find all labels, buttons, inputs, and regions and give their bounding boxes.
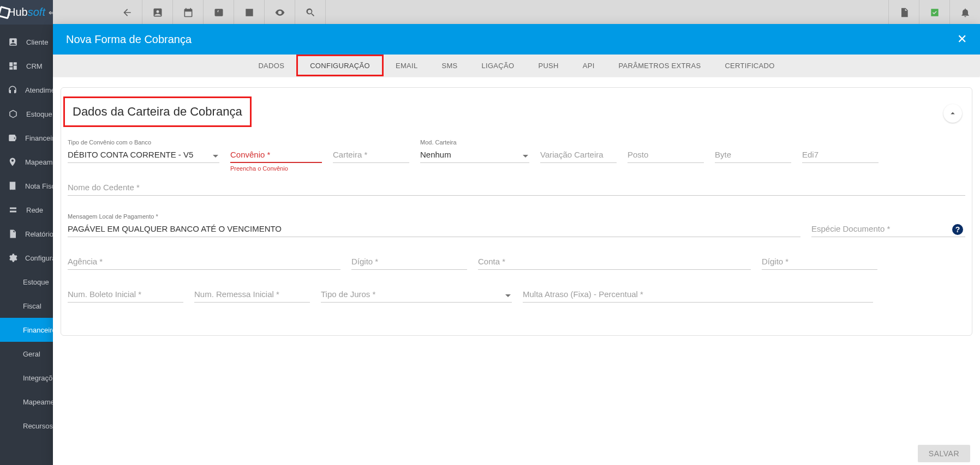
form-row-5: Num. Boleto Inicial * Num. Remessa Inici… <box>65 287 967 320</box>
field-especie[interactable]: Espécie Documento * ? <box>811 213 965 237</box>
account-button[interactable] <box>142 0 173 25</box>
msg-local-input[interactable] <box>68 222 800 237</box>
nav-notafiscal[interactable]: Nota Fiscal <box>0 174 53 198</box>
image-button[interactable] <box>234 0 265 25</box>
visibility-button[interactable] <box>265 0 295 25</box>
tab-configuracao[interactable]: CONFIGURAÇÃO <box>296 55 384 76</box>
tab-ligacao[interactable]: LIGAÇÃO <box>470 55 527 76</box>
document-icon <box>8 229 17 239</box>
field-convenio[interactable]: Convênio * Preencha o Convênio <box>230 139 322 163</box>
field-posto[interactable]: Posto <box>628 139 704 163</box>
calendar-button[interactable] <box>173 0 204 25</box>
nav-relatorios[interactable]: Relatórios <box>0 222 53 246</box>
nav-label: Mapeamento <box>23 398 53 406</box>
tab-email[interactable]: EMAIL <box>384 55 430 76</box>
variacao-input[interactable] <box>540 148 617 163</box>
nav-config[interactable]: Configurações <box>0 246 53 270</box>
nav-estoque[interactable]: Estoque <box>0 102 53 126</box>
nav-sub-estoque[interactable]: Estoque <box>0 270 53 294</box>
field-tipo-juros[interactable]: Tipo de Juros * <box>321 287 512 303</box>
field-byte[interactable]: Byte <box>715 139 791 163</box>
panel-head: Dados da Carteira de Cobrança <box>65 95 967 139</box>
section-highlight: Dados da Carteira de Cobrança <box>63 96 252 127</box>
convenio-input[interactable] <box>230 147 322 163</box>
nav-atendimento[interactable]: Atendimento <box>0 78 53 102</box>
pdf-button[interactable] <box>888 0 919 25</box>
num-remessa-input[interactable] <box>194 287 310 303</box>
nav-rede[interactable]: Rede <box>0 198 53 222</box>
back-button[interactable] <box>112 0 142 25</box>
search-button[interactable] <box>295 0 326 25</box>
section-title: Dados da Carteira de Cobrança <box>73 105 242 119</box>
field-nome-cedente[interactable]: Nome do Cedente * <box>68 180 965 196</box>
nav-label: Geral <box>23 350 40 358</box>
dropdown-icon <box>505 294 511 297</box>
save-button[interactable]: SALVAR <box>918 445 970 462</box>
nav-label: Atendimento <box>25 86 53 94</box>
field-msg-local[interactable]: Mensagem Local de Pagamento * <box>68 213 800 237</box>
brand-hub: Hub <box>8 6 28 18</box>
tab-parametros[interactable]: PARÂMETROS EXTRAS <box>607 55 713 76</box>
money-button[interactable] <box>204 0 234 25</box>
nav-sub-integracoes[interactable]: Integrações <box>0 366 53 390</box>
nav-sub-mapeamento[interactable]: Mapeamento <box>0 390 53 414</box>
check-button[interactable] <box>919 0 949 25</box>
nav-sub-geral[interactable]: Geral <box>0 342 53 366</box>
field-tipo-convenio[interactable]: Tipo de Convênio com o Banco DÉBITO CONT… <box>68 139 219 163</box>
nav-sub-rh[interactable]: Recursos Humanos <box>0 414 53 438</box>
carteira-input[interactable] <box>333 148 409 163</box>
form-row-3: Mensagem Local de Pagamento * Espécie Do… <box>65 213 967 255</box>
tab-push[interactable]: PUSH <box>526 55 570 76</box>
nav-financeiro[interactable]: Financeiro <box>0 126 53 150</box>
multa-input[interactable] <box>523 287 873 303</box>
field-digito2[interactable]: Dígito * <box>762 255 877 270</box>
field-edi7[interactable]: Edi7 <box>802 139 879 163</box>
dashboard-icon <box>8 61 19 71</box>
nav-mapeamento[interactable]: Mapeamento <box>0 150 53 174</box>
field-conta[interactable]: Conta * <box>478 255 751 270</box>
nav-sub-financeiro[interactable]: Financeiro <box>0 318 53 342</box>
conta-input[interactable] <box>478 255 751 270</box>
form-row-1: Tipo de Convênio com o Banco DÉBITO CONT… <box>65 139 967 180</box>
collapse-panel-button[interactable] <box>943 104 962 123</box>
field-carteira[interactable]: Carteira * <box>333 139 409 163</box>
field-multa[interactable]: Multa Atraso (Fixa) - Percentual * <box>523 287 873 303</box>
tipo-juros-input[interactable] <box>321 287 512 303</box>
nav-label: Relatórios <box>25 230 53 238</box>
field-num-boleto[interactable]: Num. Boleto Inicial * <box>68 287 183 303</box>
topbar-right <box>888 0 980 25</box>
field-digito1[interactable]: Dígito * <box>351 255 467 270</box>
tab-api[interactable]: API <box>571 55 607 76</box>
nav-label: Financeiro <box>25 134 53 142</box>
field-num-remessa[interactable]: Num. Remessa Inicial * <box>194 287 310 303</box>
form-row-2: Nome do Cedente * <box>65 180 967 213</box>
especie-input[interactable] <box>811 222 965 237</box>
agencia-input[interactable] <box>68 255 340 270</box>
byte-input[interactable] <box>715 148 791 163</box>
field-mod-carteira[interactable]: Mod. Carteira Nenhum <box>420 139 529 163</box>
content: Dados da Carteira de Cobrança Tipo de Co… <box>53 76 980 441</box>
nav-crm[interactable]: CRM <box>0 54 53 78</box>
close-icon[interactable]: ✕ <box>957 32 967 46</box>
tab-sms[interactable]: SMS <box>429 55 469 76</box>
select-value: Nenhum <box>420 148 529 163</box>
digito1-input[interactable] <box>351 255 467 270</box>
num-boleto-input[interactable] <box>68 287 183 303</box>
nav-label: Nota Fiscal <box>25 182 53 190</box>
nav-cliente[interactable]: Cliente <box>0 30 53 54</box>
edi7-input[interactable] <box>802 148 879 163</box>
posto-input[interactable] <box>628 148 704 163</box>
network-icon <box>8 205 19 215</box>
field-agencia[interactable]: Agência * <box>68 255 340 270</box>
bell-button[interactable] <box>949 0 980 25</box>
nome-cedente-input[interactable] <box>68 180 965 196</box>
digito2-input[interactable] <box>762 255 877 270</box>
nav-label: Integrações <box>23 374 53 382</box>
help-icon[interactable]: ? <box>952 224 963 235</box>
nav-sub-fiscal[interactable]: Fiscal <box>0 294 53 318</box>
dialog: Nova Forma de Cobrança ✕ DADOS CONFIGURA… <box>53 24 980 465</box>
sidebar-collapse-icon[interactable]: ⇐ <box>49 8 53 17</box>
tab-dados[interactable]: DADOS <box>246 55 296 76</box>
tab-certificado[interactable]: CERTIFICADO <box>713 55 786 76</box>
field-variacao[interactable]: Variação Carteira <box>540 139 617 163</box>
